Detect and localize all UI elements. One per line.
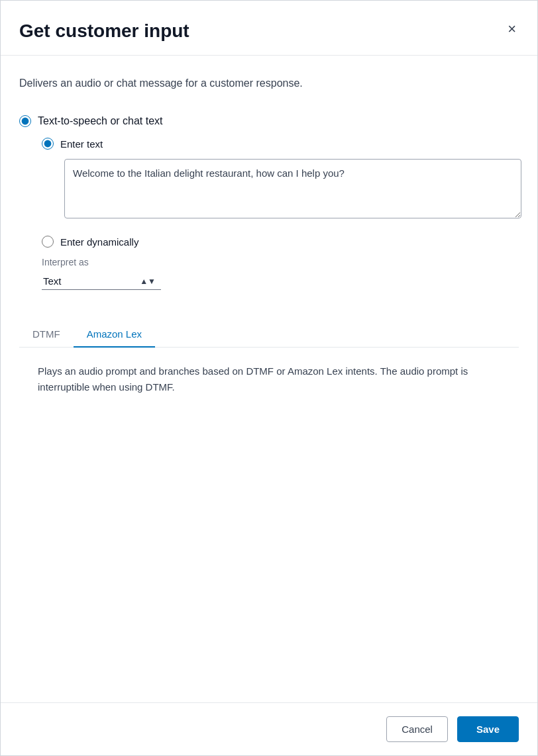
tabs-bar: DTMF Amazon Lex — [19, 322, 519, 348]
modal-body: Delivers an audio or chat message for a … — [1, 56, 537, 702]
enter-text-radio-group: Enter text — [42, 138, 519, 150]
enter-dynamic-radio[interactable] — [42, 236, 54, 248]
tts-section: Text-to-speech or chat text Enter text W… — [19, 115, 519, 308]
modal-footer: Cancel Save — [1, 702, 537, 755]
enter-text-radio[interactable] — [42, 138, 54, 150]
tts-radio[interactable] — [19, 115, 31, 127]
tab-dtmf[interactable]: DTMF — [19, 322, 74, 348]
description-text: Delivers an audio or chat message for a … — [19, 75, 519, 91]
cancel-button[interactable]: Cancel — [386, 716, 448, 742]
interpret-as-label: Interpret as — [42, 257, 519, 267]
interpret-as-select-wrapper: Text SSML Digits ▲▼ — [42, 273, 161, 290]
textarea-wrapper: Welcome to the Italian delight restauran… — [64, 159, 519, 221]
welcome-text-area[interactable]: Welcome to the Italian delight restauran… — [64, 159, 521, 218]
modal-title: Get customer input — [19, 19, 189, 43]
tab-description-text: Plays an audio prompt and branches based… — [19, 348, 519, 411]
close-button[interactable]: × — [505, 19, 519, 39]
enter-dynamically-radio-group: Enter dynamically — [42, 236, 519, 248]
enter-text-subsection: Enter text Welcome to the Italian deligh… — [42, 138, 519, 248]
tts-radio-group: Text-to-speech or chat text — [19, 115, 519, 127]
interpret-as-select[interactable]: Text SSML Digits — [42, 273, 161, 290]
modal-container: Get customer input × Delivers an audio o… — [0, 0, 538, 756]
enter-text-label[interactable]: Enter text — [60, 138, 103, 150]
save-button[interactable]: Save — [457, 716, 519, 742]
modal-header: Get customer input × — [1, 1, 537, 56]
tab-amazon-lex[interactable]: Amazon Lex — [74, 322, 155, 348]
enter-dynamically-label[interactable]: Enter dynamically — [60, 236, 138, 248]
tts-label[interactable]: Text-to-speech or chat text — [38, 115, 163, 127]
